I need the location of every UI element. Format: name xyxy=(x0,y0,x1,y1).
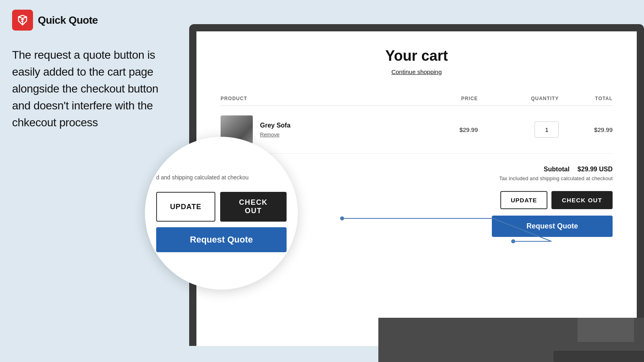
magnifier-row1: UPDATE CHECK OUT xyxy=(156,192,287,222)
subtotal-value: $29.99 USD xyxy=(578,166,613,173)
table-row: Grey Sofa Remove $29.99 1 $29.99 xyxy=(221,106,613,154)
request-quote-button[interactable]: Request Quote xyxy=(492,216,613,237)
logo-text: Quick Quote xyxy=(38,14,98,27)
description-text: The request a quote button is easily add… xyxy=(12,47,177,131)
cart-table: PRODUCT PRICE QUANTITY TOTAL xyxy=(221,92,613,154)
continue-shopping-link[interactable]: Continue shopping xyxy=(221,68,613,76)
product-quantity: 1 xyxy=(478,106,559,154)
product-cell: Grey Sofa Remove xyxy=(221,115,424,144)
product-price: $29.99 xyxy=(424,106,478,154)
magnifier-checkout-button[interactable]: CHECK OUT xyxy=(220,192,287,222)
col-total: TOTAL xyxy=(559,92,613,106)
checkout-button[interactable]: CHECK OUT xyxy=(551,191,613,209)
col-price: PRICE xyxy=(424,92,478,106)
logo-area: Quick Quote xyxy=(12,10,177,31)
magnifier-update-button[interactable]: UPDATE xyxy=(156,192,215,222)
monitor-bottom-bar xyxy=(378,318,644,362)
magnifier-request-quote-button[interactable]: Request Quote xyxy=(156,227,287,252)
monitor-stand-neck xyxy=(578,318,634,342)
magnifier-buttons: UPDATE CHECK OUT Request Quote xyxy=(156,192,287,252)
col-product: PRODUCT xyxy=(221,92,424,106)
quantity-input[interactable]: 1 xyxy=(535,121,559,138)
cart-title: Your cart xyxy=(221,47,613,64)
remove-link[interactable]: Remove xyxy=(260,132,291,138)
col-quantity: QUANTITY xyxy=(478,92,559,106)
subtotal-label: Subtotal xyxy=(544,166,570,173)
magnifier-overlay: d and shipping calculated at checkou UPD… xyxy=(145,137,298,290)
product-info: Grey Sofa Remove xyxy=(260,122,291,138)
monitor-stand-foot xyxy=(553,351,644,362)
magnifier-partial-text: d and shipping calculated at checkou xyxy=(156,174,287,181)
product-total: $29.99 xyxy=(559,106,613,154)
update-button[interactable]: UPDATE xyxy=(500,191,547,209)
logo-icon xyxy=(12,10,33,31)
product-name: Grey Sofa xyxy=(260,122,291,129)
